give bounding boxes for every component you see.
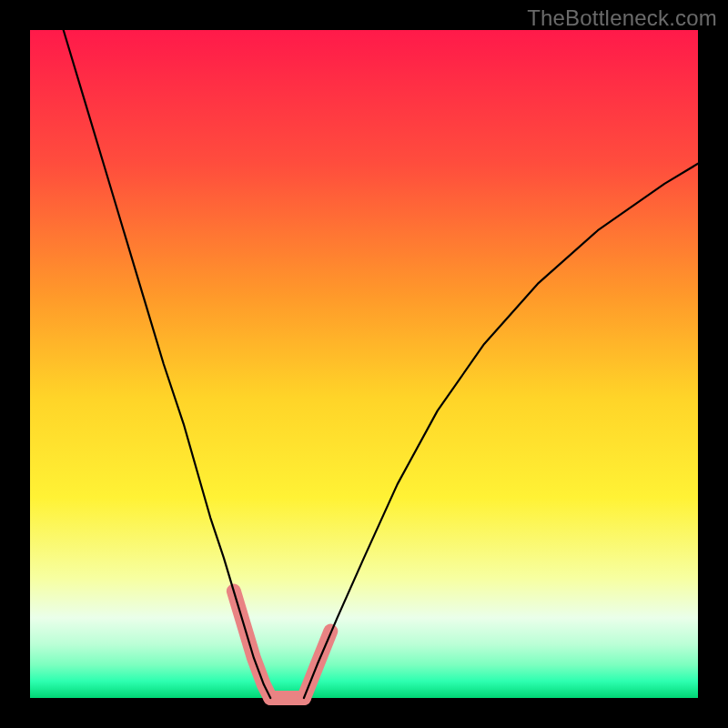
chart-canvas: TheBottleneck.com bbox=[0, 0, 728, 728]
right-curve bbox=[304, 164, 698, 698]
plot-area bbox=[30, 30, 698, 698]
watermark-text: TheBottleneck.com bbox=[527, 5, 717, 31]
lines-group bbox=[64, 30, 698, 698]
curve-layer bbox=[30, 30, 698, 698]
highlight-group bbox=[234, 592, 330, 698]
